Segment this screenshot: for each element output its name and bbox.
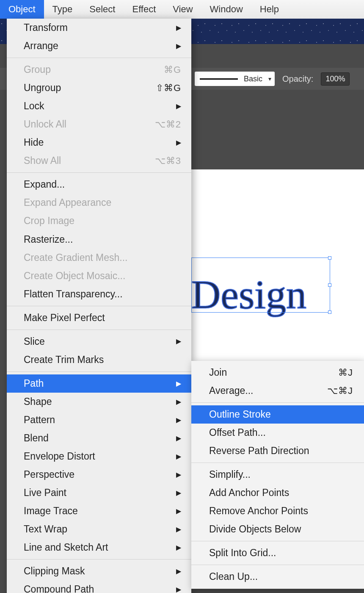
menubar-item-effect[interactable]: Effect (124, 0, 164, 19)
object-menu-item-create-trim-marks[interactable]: Create Trim Marks (7, 351, 191, 369)
menubar-item-help[interactable]: Help (251, 0, 287, 19)
object-menu-item-slice[interactable]: Slice▶ (7, 333, 191, 351)
stroke-style-label: Basic (244, 75, 262, 83)
object-menu-item-expand[interactable]: Expand... (7, 175, 191, 194)
object-menu-item-compound-path[interactable]: Compound Path▶ (7, 580, 191, 593)
menu-item-label: Crop Image (24, 214, 74, 227)
menubar-item-object[interactable]: Object (0, 0, 44, 19)
menu-item-label: Make Pixel Perfect (24, 311, 105, 324)
menu-item-label: Arrange (24, 39, 58, 53)
path-submenu-item-split-into-grid[interactable]: Split Into Grid... (191, 544, 364, 562)
menu-item-label: Line and Sketch Art (24, 541, 108, 554)
object-menu-item-flatten-transparency[interactable]: Flatten Transparency... (7, 285, 191, 303)
menu-item-label: Slice (24, 335, 45, 348)
object-menu-item-make-pixel-perfect[interactable]: Make Pixel Perfect (7, 309, 191, 327)
object-menu-item-line-and-sketch-art[interactable]: Line and Sketch Art▶ (7, 538, 191, 557)
object-menu-item-crop-image: Crop Image (7, 212, 191, 230)
object-menu-separator (7, 172, 191, 173)
menu-item-shortcut: ⌘J (338, 366, 353, 379)
menu-item-label: Create Object Mosaic... (24, 269, 125, 283)
object-menu-item-clipping-mask[interactable]: Clipping Mask▶ (7, 562, 191, 580)
submenu-arrow-icon: ▶ (176, 543, 181, 552)
path-submenu-item-divide-objects-below[interactable]: Divide Objects Below (191, 520, 364, 538)
object-menu-item-blend[interactable]: Blend▶ (7, 429, 191, 447)
object-menu-item-expand-appearance: Expand Appearance (7, 194, 191, 212)
menu-item-label: Join (209, 366, 227, 379)
path-submenu-item-average[interactable]: Average...⌥⌘J (191, 382, 364, 400)
menu-item-label: Add Anchor Points (209, 486, 289, 499)
path-submenu-item-clean-up[interactable]: Clean Up... (191, 568, 364, 586)
path-submenu-item-reverse-path-direction[interactable]: Reverse Path Direction (191, 442, 364, 460)
submenu-arrow-icon: ▶ (176, 337, 181, 346)
menu-item-label: Create Gradient Mesh... (24, 251, 127, 264)
menu-item-label: Clipping Mask (24, 565, 85, 578)
object-menu-item-live-paint[interactable]: Live Paint▶ (7, 484, 191, 502)
path-submenu-item-add-anchor-points[interactable]: Add Anchor Points (191, 484, 364, 502)
menu-item-label: Show All (24, 154, 61, 167)
menu-item-label: Transform (24, 21, 68, 34)
menu-item-label: Simplify... (209, 468, 251, 481)
object-menu-item-transform[interactable]: Transform▶ (7, 19, 191, 37)
menu-item-label: Lock (24, 100, 44, 113)
menubar-item-view[interactable]: View (164, 0, 201, 19)
menu-item-shortcut: ⇧⌘G (156, 82, 181, 94)
object-menu-item-hide[interactable]: Hide▶ (7, 133, 191, 152)
object-menu-item-pattern[interactable]: Pattern▶ (7, 411, 191, 429)
menu-item-label: Expand Appearance (24, 196, 111, 209)
submenu-arrow-icon: ▶ (176, 23, 181, 33)
object-menu-separator (7, 371, 191, 372)
menubar-item-window[interactable]: Window (201, 0, 251, 19)
menu-item-shortcut: ⌥⌘2 (155, 118, 181, 131)
object-menu-item-shape[interactable]: Shape▶ (7, 393, 191, 411)
submenu-arrow-icon: ▶ (176, 567, 181, 576)
object-menu-separator (7, 306, 191, 306)
selection-handle[interactable] (328, 310, 331, 314)
menu-item-label: Pattern (24, 413, 55, 427)
path-submenu-separator (191, 541, 364, 541)
path-submenu-item-join[interactable]: Join⌘J (191, 363, 364, 382)
selection-bounds (191, 258, 330, 313)
menu-item-label: Create Trim Marks (24, 353, 104, 366)
stroke-style-picker[interactable]: Basic ▾ (195, 72, 275, 86)
menu-item-label: Envelope Distort (24, 450, 95, 463)
selection-handle[interactable] (328, 283, 331, 287)
object-menu-separator (7, 559, 191, 560)
object-menu-item-perspective[interactable]: Perspective▶ (7, 466, 191, 484)
object-menu-item-arrange[interactable]: Arrange▶ (7, 37, 191, 55)
submenu-arrow-icon: ▶ (176, 379, 181, 388)
object-menu-item-text-wrap[interactable]: Text Wrap▶ (7, 520, 191, 538)
menubar-item-select[interactable]: Select (81, 0, 124, 19)
selection-handle[interactable] (328, 256, 331, 260)
path-submenu-item-outline-stroke[interactable]: Outline Stroke (191, 405, 364, 424)
object-menu-item-ungroup[interactable]: Ungroup⇧⌘G (7, 79, 191, 97)
submenu-arrow-icon: ▶ (176, 507, 181, 516)
object-menu-item-envelope-distort[interactable]: Envelope Distort▶ (7, 447, 191, 466)
menu-item-label: Reverse Path Direction (209, 444, 309, 457)
object-menu-separator (7, 330, 191, 330)
menubar: ObjectTypeSelectEffectViewWindowHelp (0, 0, 364, 19)
menu-item-label: Blend (24, 432, 49, 445)
object-menu-item-lock[interactable]: Lock▶ (7, 97, 191, 115)
menu-item-label: Path (24, 377, 44, 390)
path-submenu: Join⌘JAverage...⌥⌘JOutline StrokeOffset … (191, 361, 364, 589)
opacity-label: Opacity: (282, 74, 313, 84)
object-menu-item-rasterize[interactable]: Rasterize... (7, 230, 191, 249)
menu-item-label: Clean Up... (209, 570, 258, 583)
path-submenu-item-simplify[interactable]: Simplify... (191, 466, 364, 484)
submenu-arrow-icon: ▶ (176, 42, 181, 51)
path-submenu-item-remove-anchor-points[interactable]: Remove Anchor Points (191, 502, 364, 520)
menubar-item-type[interactable]: Type (44, 0, 81, 19)
menu-item-label: Split Into Grid... (209, 546, 276, 560)
submenu-arrow-icon: ▶ (176, 452, 181, 461)
object-menu-separator (7, 58, 191, 58)
object-menu-item-image-trace[interactable]: Image Trace▶ (7, 502, 191, 520)
submenu-arrow-icon: ▶ (176, 488, 181, 498)
path-submenu-item-offset-path[interactable]: Offset Path... (191, 424, 364, 442)
submenu-arrow-icon: ▶ (176, 416, 181, 425)
menu-item-label: Expand... (24, 178, 65, 191)
menu-item-label: Group (24, 63, 51, 76)
opacity-field[interactable]: 100% (321, 72, 350, 86)
object-menu-item-path[interactable]: Path▶ (7, 374, 191, 393)
submenu-arrow-icon: ▶ (176, 102, 181, 111)
menu-item-label: Rasterize... (24, 233, 73, 246)
